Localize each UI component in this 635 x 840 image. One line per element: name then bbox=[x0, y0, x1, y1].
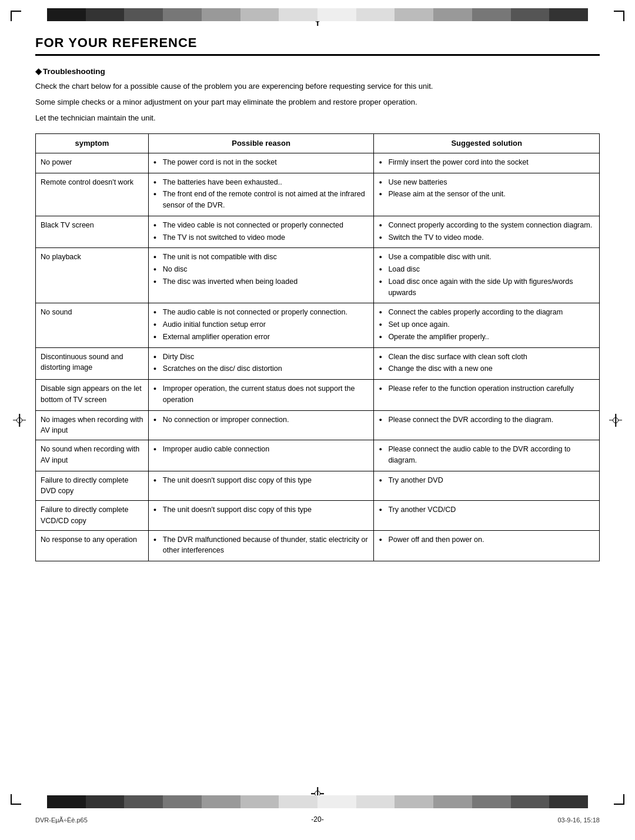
solution-cell: Please refer to the function operation i… bbox=[374, 380, 600, 411]
color-bar-top bbox=[47, 8, 588, 21]
intro-line-3: Let the technician maintain the unit. bbox=[35, 112, 600, 125]
reason-cell: No connection or improper connection. bbox=[148, 410, 374, 440]
solution-item: Set up once again. bbox=[379, 319, 594, 330]
solution-item: Power off and then power on. bbox=[379, 534, 594, 546]
solution-item: Try another DVD bbox=[379, 475, 594, 486]
corner-mark-tl bbox=[11, 11, 21, 21]
troubleshooting-table: symptom Possible reason Suggested soluti… bbox=[35, 133, 600, 561]
reason-item: No connection or improper connection. bbox=[153, 414, 369, 426]
symptom-cell: Black TV screen bbox=[36, 216, 149, 248]
table-row: Failure to directly complete VCD/CD copy… bbox=[36, 501, 600, 531]
symptom-cell: Discontinuous sound and distorting image bbox=[36, 347, 149, 380]
solution-cell: Connect the cables properly according to… bbox=[374, 303, 600, 347]
header-symptom: symptom bbox=[36, 134, 149, 153]
reason-cell: The audio cable is not connected or prop… bbox=[148, 303, 374, 347]
solution-cell: Please connect the DVR according to the … bbox=[374, 410, 600, 440]
symptom-cell: No response to any operation bbox=[36, 530, 149, 561]
section-heading: Troubleshooting bbox=[35, 66, 600, 76]
solution-item: Please connect the audio cable to the DV… bbox=[379, 444, 594, 466]
reason-item: The disc was inverted when being loaded bbox=[153, 276, 369, 287]
intro-line-1: Check the chart below for a possible cau… bbox=[35, 81, 600, 93]
solution-item: Use new batteries bbox=[379, 177, 594, 188]
solution-item: Please aim at the sensor of the unit. bbox=[379, 189, 594, 200]
reason-cell: The unit doesn't support disc copy of th… bbox=[148, 471, 374, 501]
table-body: No powerThe power cord is not in the soc… bbox=[36, 153, 600, 561]
table-row: No sound when recording with AV inputImp… bbox=[36, 440, 600, 471]
symptom-cell: No sound bbox=[36, 303, 149, 347]
solution-cell: Try another DVD bbox=[374, 471, 600, 501]
solution-item: Please refer to the function operation i… bbox=[379, 383, 594, 394]
solution-item: Change the disc with a new one bbox=[379, 363, 594, 374]
reason-item: Improper operation, the current status d… bbox=[153, 383, 369, 406]
page-number: -20- bbox=[311, 815, 323, 824]
reason-item: Improper audio cable connection bbox=[153, 444, 369, 455]
reason-cell: The batteries have been exhausted..The f… bbox=[148, 173, 374, 216]
reason-cell: Improper operation, the current status d… bbox=[148, 380, 374, 411]
solution-item: Firmly insert the power cord into the so… bbox=[379, 157, 594, 168]
table-row: Disable sign appears on the let bottom o… bbox=[36, 380, 600, 411]
reason-item: The TV is not switched to video mode bbox=[153, 232, 369, 243]
solution-item: Load disc once again with the side Up wi… bbox=[379, 276, 594, 299]
footer-left: DVR-EµÃ÷Èè.p65 bbox=[35, 816, 88, 824]
reason-cell: Improper audio cable connection bbox=[148, 440, 374, 471]
table-row: Remote control doesn't workThe batteries… bbox=[36, 173, 600, 216]
symptom-cell: Failure to directly complete DVD copy bbox=[36, 471, 149, 501]
reason-item: External amplifier operation error bbox=[153, 332, 369, 343]
page-title: FOR YOUR REFERENCE bbox=[35, 35, 600, 56]
table-row: No soundThe audio cable is not connected… bbox=[36, 303, 600, 347]
reason-cell: The DVR malfunctioned because of thunder… bbox=[148, 530, 374, 561]
footer-right: 03-9-16, 15:18 bbox=[557, 816, 600, 824]
reason-cell: Dirty DiscScratches on the disc/ disc di… bbox=[148, 347, 374, 380]
reason-item: The front end of the remote control is n… bbox=[153, 189, 369, 211]
solution-item: Load disc bbox=[379, 264, 594, 275]
reason-item: The video cable is not connected or prop… bbox=[153, 220, 369, 231]
reason-item: No disc bbox=[153, 264, 369, 275]
reason-item: The DVR malfunctioned because of thunder… bbox=[153, 534, 369, 557]
crosshair-left bbox=[13, 414, 26, 427]
solution-cell: Power off and then power on. bbox=[374, 530, 600, 561]
reason-item: Scratches on the disc/ disc distortion bbox=[153, 363, 369, 374]
corner-mark-tr bbox=[614, 11, 624, 21]
reason-item: The power cord is not in the socket bbox=[153, 157, 369, 168]
table-row: Failure to directly complete DVD copyThe… bbox=[36, 471, 600, 501]
table-row: Black TV screenThe video cable is not co… bbox=[36, 216, 600, 248]
solution-item: Connect the cables properly according to… bbox=[379, 307, 594, 318]
color-bar-bottom bbox=[47, 795, 588, 808]
symptom-cell: Remote control doesn't work bbox=[36, 173, 149, 216]
solution-cell: Please connect the audio cable to the DV… bbox=[374, 440, 600, 471]
solution-item: Operate the amplifier properly.. bbox=[379, 332, 594, 343]
solution-item: Switch the TV to video mode. bbox=[379, 232, 594, 243]
corner-mark-br bbox=[614, 794, 624, 805]
solution-item: Use a compatible disc with unit. bbox=[379, 252, 594, 263]
reason-item: The batteries have been exhausted.. bbox=[153, 177, 369, 188]
solution-item: Please connect the DVR according to the … bbox=[379, 414, 594, 426]
solution-item: Try another VCD/CD bbox=[379, 504, 594, 516]
reason-item: Dirty Disc bbox=[153, 352, 369, 363]
reason-item: The audio cable is not connected or prop… bbox=[153, 307, 369, 318]
reason-item: Audio initial function setup error bbox=[153, 319, 369, 330]
page-content: FOR YOUR REFERENCE Troubleshooting Check… bbox=[35, 35, 600, 793]
reason-item: The unit doesn't support disc copy of th… bbox=[153, 475, 369, 486]
symptom-cell: No power bbox=[36, 153, 149, 173]
table-row: Discontinuous sound and distorting image… bbox=[36, 347, 600, 380]
table-row: No images when recording with AV inputNo… bbox=[36, 410, 600, 440]
reason-item: The unit doesn't support disc copy of th… bbox=[153, 504, 369, 516]
crosshair-right bbox=[609, 414, 622, 427]
corner-mark-bl bbox=[11, 794, 21, 805]
symptom-cell: No playback bbox=[36, 248, 149, 303]
header-reason: Possible reason bbox=[148, 134, 374, 153]
reason-item: The unit is not compatible with disc bbox=[153, 252, 369, 263]
solution-cell: Use a compatible disc with unit.Load dis… bbox=[374, 248, 600, 303]
intro-line-2: Some simple checks or a minor adjustment… bbox=[35, 96, 600, 109]
reason-cell: The unit doesn't support disc copy of th… bbox=[148, 501, 374, 531]
symptom-cell: No images when recording with AV input bbox=[36, 410, 149, 440]
table-row: No playbackThe unit is not compatible wi… bbox=[36, 248, 600, 303]
solution-cell: Try another VCD/CD bbox=[374, 501, 600, 531]
solution-cell: Firmly insert the power cord into the so… bbox=[374, 153, 600, 173]
solution-cell: Use new batteriesPlease aim at the senso… bbox=[374, 173, 600, 216]
reason-cell: The video cable is not connected or prop… bbox=[148, 216, 374, 248]
table-row: No powerThe power cord is not in the soc… bbox=[36, 153, 600, 173]
symptom-cell: No sound when recording with AV input bbox=[36, 440, 149, 471]
header-solution: Suggested solution bbox=[374, 134, 600, 153]
table-row: No response to any operationThe DVR malf… bbox=[36, 530, 600, 561]
